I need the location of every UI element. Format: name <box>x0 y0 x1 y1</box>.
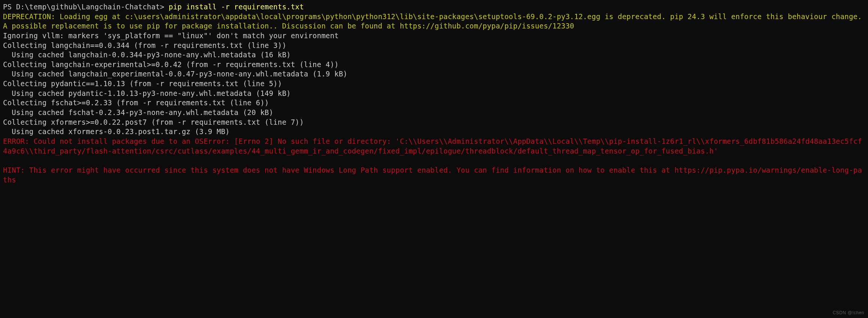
shell-prompt: PS D:\temp\github\Langchain-Chatchat> <box>3 3 169 11</box>
deprecation-warning: DEPRECATION: Loading egg at c:\users\adm… <box>3 12 867 30</box>
terminal-window[interactable]: PS D:\temp\github\Langchain-Chatchat> pi… <box>0 0 868 318</box>
shell-command: pip install -r requirements.txt <box>169 3 304 11</box>
pip-output: Ignoring vllm: markers 'sys_platform == … <box>3 31 347 136</box>
pip-hint: HINT: This error might have occurred sin… <box>3 166 862 184</box>
watermark: CSDN @!chen <box>833 310 864 316</box>
pip-error: ERROR: Could not install packages due to… <box>3 137 862 155</box>
